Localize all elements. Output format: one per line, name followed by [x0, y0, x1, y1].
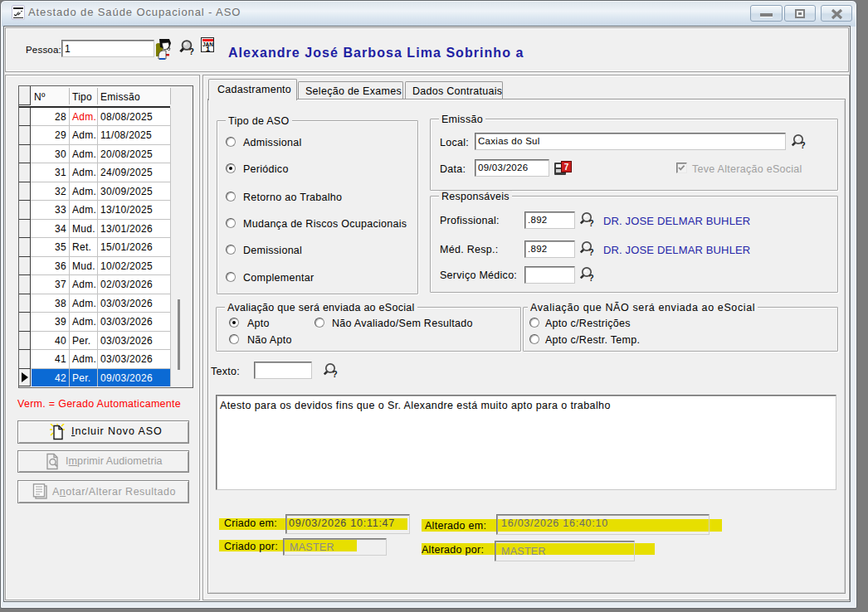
svg-text:?: ?: [332, 369, 337, 379]
svg-text:?: ?: [588, 247, 593, 257]
svg-text:?: ?: [588, 273, 593, 283]
svg-text:?: ?: [800, 140, 805, 150]
svg-text:?: ?: [588, 218, 593, 228]
svg-text:?: ?: [188, 46, 193, 56]
